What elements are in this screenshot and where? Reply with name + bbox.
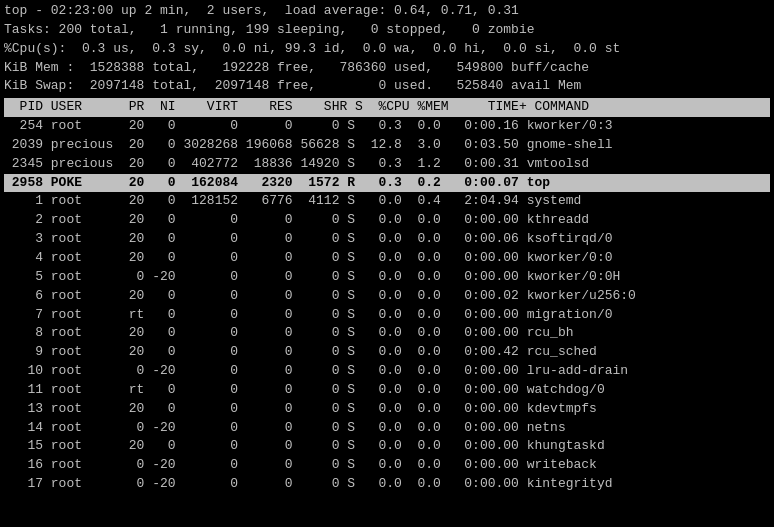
table-row: 3 root 20 0 0 0 0 S 0.0 0.0 0:00.06 ksof… xyxy=(4,230,770,249)
table-row: 10 root 0 -20 0 0 0 S 0.0 0.0 0:00.00 lr… xyxy=(4,362,770,381)
table-row: 11 root rt 0 0 0 0 S 0.0 0.0 0:00.00 wat… xyxy=(4,381,770,400)
table-row: 9 root 20 0 0 0 0 S 0.0 0.0 0:00.42 rcu_… xyxy=(4,343,770,362)
header-line-3: %Cpu(s): 0.3 us, 0.3 sy, 0.0 ni, 99.3 id… xyxy=(4,40,770,59)
table-row: 17 root 0 -20 0 0 0 S 0.0 0.0 0:00.00 ki… xyxy=(4,475,770,494)
table-row: 5 root 0 -20 0 0 0 S 0.0 0.0 0:00.00 kwo… xyxy=(4,268,770,287)
header: top - 02:23:00 up 2 min, 2 users, load a… xyxy=(4,2,770,96)
terminal: top - 02:23:00 up 2 min, 2 users, load a… xyxy=(0,0,774,496)
header-line-1: top - 02:23:00 up 2 min, 2 users, load a… xyxy=(4,2,770,21)
table-row: 8 root 20 0 0 0 0 S 0.0 0.0 0:00.00 rcu_… xyxy=(4,324,770,343)
table-row: 16 root 0 -20 0 0 0 S 0.0 0.0 0:00.00 wr… xyxy=(4,456,770,475)
table-row: 6 root 20 0 0 0 0 S 0.0 0.0 0:00.02 kwor… xyxy=(4,287,770,306)
table-row: 254 root 20 0 0 0 0 S 0.3 0.0 0:00.16 kw… xyxy=(4,117,770,136)
table-row: 15 root 20 0 0 0 0 S 0.0 0.0 0:00.00 khu… xyxy=(4,437,770,456)
table-row: 2345 precious 20 0 402772 18836 14920 S … xyxy=(4,155,770,174)
header-line-2: Tasks: 200 total, 1 running, 199 sleepin… xyxy=(4,21,770,40)
header-line-4: KiB Mem : 1528388 total, 192228 free, 78… xyxy=(4,59,770,78)
table-row: 2958 POKE 20 0 162084 2320 1572 R 0.3 0.… xyxy=(4,174,770,193)
header-line-5: KiB Swap: 2097148 total, 2097148 free, 0… xyxy=(4,77,770,96)
column-header: PID USER PR NI VIRT RES SHR S %CPU %MEM … xyxy=(4,98,770,117)
table-row: 7 root rt 0 0 0 0 S 0.0 0.0 0:00.00 migr… xyxy=(4,306,770,325)
table-row: 1 root 20 0 128152 6776 4112 S 0.0 0.4 2… xyxy=(4,192,770,211)
table-row: 2039 precious 20 0 3028268 196068 56628 … xyxy=(4,136,770,155)
process-list: 254 root 20 0 0 0 0 S 0.3 0.0 0:00.16 kw… xyxy=(4,117,770,494)
table-row: 4 root 20 0 0 0 0 S 0.0 0.0 0:00.00 kwor… xyxy=(4,249,770,268)
table-row: 14 root 0 -20 0 0 0 S 0.0 0.0 0:00.00 ne… xyxy=(4,419,770,438)
table-row: 13 root 20 0 0 0 0 S 0.0 0.0 0:00.00 kde… xyxy=(4,400,770,419)
table-row: 2 root 20 0 0 0 0 S 0.0 0.0 0:00.00 kthr… xyxy=(4,211,770,230)
